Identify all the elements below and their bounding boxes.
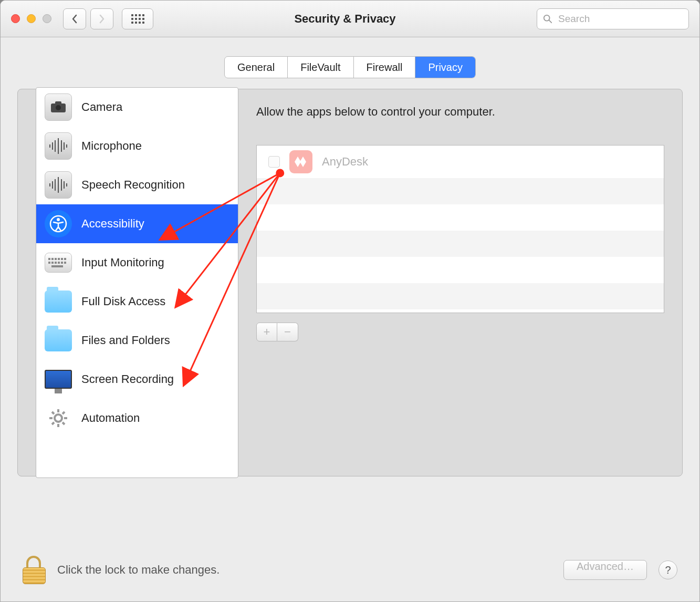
lock-shackle-icon — [26, 556, 41, 568]
window-title: Security & Privacy — [162, 12, 528, 26]
sidebar-item-microphone[interactable]: Microphone — [36, 127, 238, 165]
display-icon — [45, 370, 72, 389]
chevron-left-icon — [71, 14, 78, 24]
keyboard-icon — [45, 253, 72, 273]
lock-body-icon — [23, 567, 46, 584]
detail-heading: Allow the apps below to control your com… — [256, 105, 664, 119]
chevron-right-icon — [98, 14, 106, 24]
remove-app-button[interactable]: − — [277, 323, 298, 341]
show-all-button[interactable] — [122, 8, 153, 29]
svg-rect-23 — [55, 258, 57, 260]
folder-icon — [45, 329, 72, 351]
svg-rect-33 — [51, 265, 63, 267]
minimize-window-button[interactable] — [27, 14, 36, 23]
add-app-button[interactable]: + — [256, 323, 277, 341]
sidebar-item-label: Full Disk Access — [81, 295, 165, 308]
tab-bar: General FileVault Firewall Privacy — [1, 37, 699, 78]
anydesk-icon — [289, 150, 312, 173]
svg-rect-30 — [58, 262, 60, 264]
sidebar-item-label: Accessibility — [81, 217, 144, 231]
search-icon — [543, 14, 552, 24]
svg-line-42 — [52, 422, 54, 424]
gear-icon — [45, 404, 72, 432]
svg-rect-26 — [64, 258, 66, 260]
accessibility-icon — [45, 210, 72, 237]
tab-general[interactable]: General — [225, 57, 288, 78]
app-row-anydesk[interactable]: AnyDesk — [257, 146, 664, 178]
microphone-icon — [45, 132, 72, 160]
add-remove-group: + − — [256, 323, 664, 341]
app-list-empty-rows — [257, 178, 664, 309]
advanced-button[interactable]: Advanced… — [563, 560, 647, 580]
sidebar-item-files-and-folders[interactable]: Files and Folders — [36, 321, 238, 360]
help-button[interactable]: ? — [659, 561, 677, 579]
sidebar-item-automation[interactable]: Automation — [36, 399, 238, 438]
camera-icon — [45, 94, 72, 121]
search-input[interactable] — [537, 8, 689, 29]
svg-rect-31 — [61, 262, 63, 264]
sidebar-item-label: Input Monitoring — [81, 256, 164, 269]
titlebar: Security & Privacy — [1, 1, 699, 37]
back-button[interactable] — [63, 8, 86, 29]
sidebar-item-speech-recognition[interactable]: Speech Recognition — [36, 165, 238, 204]
preferences-window: Security & Privacy General FileVault Fir… — [0, 0, 700, 602]
svg-line-39 — [52, 412, 54, 414]
svg-rect-24 — [58, 258, 60, 260]
grid-icon — [131, 14, 144, 24]
svg-rect-3 — [55, 101, 61, 105]
sidebar-item-camera[interactable]: Camera — [36, 88, 238, 127]
sidebar-item-label: Microphone — [81, 139, 142, 153]
sidebar-item-full-disk-access[interactable]: Full Disk Access — [36, 282, 238, 321]
tabs: General FileVault Firewall Privacy — [224, 56, 476, 78]
sidebar-item-label: Screen Recording — [81, 372, 174, 386]
svg-rect-22 — [51, 258, 54, 260]
waveform-icon — [45, 171, 72, 199]
svg-line-40 — [62, 422, 65, 424]
tab-privacy[interactable]: Privacy — [415, 57, 475, 78]
close-window-button[interactable] — [11, 14, 20, 23]
sidebar-item-label: Automation — [81, 411, 140, 425]
svg-rect-28 — [51, 262, 54, 264]
sidebar-item-screen-recording[interactable]: Screen Recording — [36, 360, 238, 399]
svg-rect-25 — [61, 258, 63, 260]
search-field-wrap — [537, 8, 689, 29]
sidebar-item-input-monitoring[interactable]: Input Monitoring — [36, 243, 238, 282]
nav-buttons — [63, 8, 113, 29]
privacy-sidebar: Camera Microphone Speech Recognition — [36, 87, 238, 478]
zoom-window-button[interactable] — [43, 14, 51, 23]
svg-rect-29 — [55, 262, 57, 264]
tab-filevault[interactable]: FileVault — [288, 57, 353, 78]
detail-pane: Allow the apps below to control your com… — [247, 89, 682, 476]
app-list: AnyDesk — [256, 145, 664, 313]
window-controls — [11, 14, 51, 23]
app-name-label: AnyDesk — [322, 155, 368, 169]
svg-point-20 — [57, 218, 60, 221]
lock-button[interactable] — [23, 556, 46, 584]
lock-hint-label: Click the lock to make changes. — [57, 563, 220, 577]
svg-rect-21 — [48, 258, 50, 260]
svg-point-34 — [55, 414, 62, 422]
forward-button[interactable] — [90, 8, 113, 29]
svg-rect-32 — [64, 262, 66, 264]
sidebar-item-label: Camera — [81, 100, 122, 114]
tab-firewall[interactable]: Firewall — [354, 57, 416, 78]
svg-line-1 — [549, 20, 552, 23]
app-checkbox-anydesk[interactable] — [268, 156, 280, 168]
sidebar-item-label: Speech Recognition — [81, 178, 185, 192]
folder-icon — [45, 290, 72, 313]
svg-rect-27 — [48, 262, 50, 264]
footer: Click the lock to make changes. Advanced… — [1, 538, 699, 601]
svg-line-41 — [62, 412, 65, 414]
sidebar-item-accessibility[interactable]: Accessibility — [36, 204, 238, 243]
svg-point-4 — [56, 105, 61, 110]
sidebar-item-label: Files and Folders — [81, 334, 170, 347]
privacy-category-list: Camera Microphone Speech Recognition — [36, 88, 238, 438]
content-area: Camera Microphone Speech Recognition — [17, 89, 683, 476]
svg-point-0 — [544, 15, 550, 20]
